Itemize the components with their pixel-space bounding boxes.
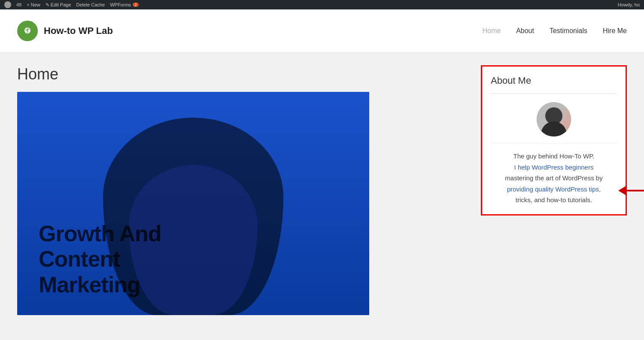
- site-logo[interactable]: [17, 21, 38, 41]
- admin-bar-new[interactable]: + New: [27, 2, 40, 7]
- content-area: Home Growth And Content Marketing: [17, 65, 468, 315]
- bio-part2: I help WordPress beginners: [514, 164, 594, 171]
- widget-divider2: [491, 143, 617, 144]
- bio-part3: mastering the art of WordPress by: [505, 174, 602, 182]
- widget-title: About Me: [491, 75, 617, 86]
- admin-bar: 49 + New ✎ Edit Page Delete Cache WPForm…: [0, 0, 644, 9]
- page-title: Home: [17, 65, 468, 83]
- logo-icon: [21, 25, 33, 37]
- sidebar-wrapper: About Me The guy behind How-To WP. I hel…: [481, 65, 627, 224]
- sidebar: About Me The guy behind How-To WP. I hel…: [481, 65, 627, 216]
- hero-image: Growth And Content Marketing: [17, 92, 369, 315]
- howdy-label: Howdy, ho: [618, 2, 640, 7]
- site-nav: Home About Testimonials Hire Me: [482, 27, 627, 35]
- admin-bar-right: Howdy, ho: [618, 2, 640, 7]
- hero-line2: Content: [39, 246, 161, 272]
- nav-item-testimonials[interactable]: Testimonials: [550, 27, 587, 35]
- site-title: How-to WP Lab: [44, 25, 113, 36]
- bio-part1: The guy behind How-To WP.: [513, 152, 595, 160]
- nav-item-about[interactable]: About: [516, 27, 534, 35]
- admin-bar-left: 49 + New ✎ Edit Page Delete Cache WPForm…: [4, 1, 139, 8]
- nav-item-hireme[interactable]: Hire Me: [603, 27, 627, 35]
- arrow-head-icon: [618, 185, 627, 196]
- admin-bar-count: 49: [16, 2, 21, 7]
- widget-divider: [491, 93, 617, 94]
- admin-bar-wpforms[interactable]: WPForms 2: [110, 2, 139, 7]
- main-wrapper: Home Growth And Content Marketing About …: [0, 52, 644, 332]
- widget-bio: The guy behind How-To WP. I help WordPre…: [491, 151, 617, 206]
- site-header: How-to WP Lab Home About Testimonials Hi…: [0, 9, 644, 52]
- arrow-line: [627, 190, 644, 191]
- bio-part4: providing quality WordPress tips,: [507, 185, 601, 193]
- admin-bar-wp-logo: [4, 1, 11, 8]
- admin-bar-edit-page[interactable]: ✎ Edit Page: [46, 2, 71, 8]
- nav-item-home[interactable]: Home: [482, 27, 501, 35]
- hero-line1: Growth And: [39, 221, 161, 247]
- hero-text: Growth And Content Marketing: [39, 221, 161, 298]
- about-widget: About Me The guy behind How-To WP. I hel…: [481, 65, 627, 216]
- red-arrow-container: [619, 185, 644, 196]
- site-branding: How-to WP Lab: [17, 21, 113, 41]
- admin-badge: 2: [133, 3, 139, 7]
- admin-bar-delete-cache[interactable]: Delete Cache: [76, 2, 105, 7]
- bio-part5: tricks, and how-to tutorials.: [516, 196, 592, 203]
- widget-avatar-area: [491, 102, 617, 137]
- avatar: [537, 102, 571, 137]
- hero-line3: Marketing: [39, 272, 161, 298]
